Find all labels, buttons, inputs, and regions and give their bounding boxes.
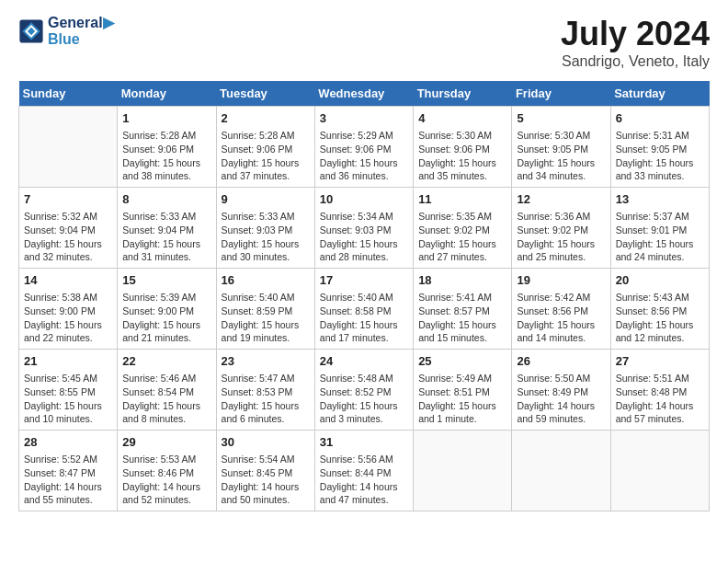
calendar-cell: 27Sunrise: 5:51 AM Sunset: 8:48 PM Dayli… (610, 350, 709, 431)
day-number: 26 (517, 353, 605, 370)
day-info: Sunrise: 5:40 AM Sunset: 8:59 PM Dayligh… (222, 291, 310, 345)
day-info: Sunrise: 5:38 AM Sunset: 9:00 PM Dayligh… (24, 291, 112, 345)
day-info: Sunrise: 5:37 AM Sunset: 9:01 PM Dayligh… (616, 210, 704, 264)
calendar-cell: 15Sunrise: 5:39 AM Sunset: 9:00 PM Dayli… (118, 269, 216, 350)
calendar-cell: 14Sunrise: 5:38 AM Sunset: 9:00 PM Dayli… (19, 269, 118, 350)
day-info: Sunrise: 5:56 AM Sunset: 8:44 PM Dayligh… (320, 453, 408, 507)
day-number: 3 (320, 110, 408, 127)
calendar-cell: 22Sunrise: 5:46 AM Sunset: 8:54 PM Dayli… (118, 350, 216, 431)
month-year-title: July 2024 (561, 15, 710, 53)
calendar-cell: 13Sunrise: 5:37 AM Sunset: 9:01 PM Dayli… (610, 188, 709, 269)
calendar-week-row: 21Sunrise: 5:45 AM Sunset: 8:55 PM Dayli… (19, 350, 710, 431)
col-header-tuesday: Tuesday (216, 81, 314, 107)
calendar-cell: 21Sunrise: 5:45 AM Sunset: 8:55 PM Dayli… (19, 350, 118, 431)
day-info: Sunrise: 5:42 AM Sunset: 8:56 PM Dayligh… (517, 291, 605, 345)
day-number: 7 (24, 191, 112, 208)
day-info: Sunrise: 5:35 AM Sunset: 9:02 PM Dayligh… (418, 210, 506, 264)
calendar-cell: 20Sunrise: 5:43 AM Sunset: 8:56 PM Dayli… (610, 269, 709, 350)
day-number: 21 (24, 353, 112, 370)
day-number: 22 (122, 353, 210, 370)
calendar-cell (414, 431, 512, 511)
day-number: 5 (517, 110, 605, 127)
calendar-cell: 23Sunrise: 5:47 AM Sunset: 8:53 PM Dayli… (216, 350, 314, 431)
calendar-week-row: 14Sunrise: 5:38 AM Sunset: 9:00 PM Dayli… (19, 269, 710, 350)
calendar-cell (19, 107, 118, 188)
day-info: Sunrise: 5:45 AM Sunset: 8:55 PM Dayligh… (24, 372, 112, 426)
calendar-cell: 4Sunrise: 5:30 AM Sunset: 9:06 PM Daylig… (414, 107, 512, 188)
day-number: 9 (222, 191, 310, 208)
day-number: 8 (122, 191, 210, 208)
day-info: Sunrise: 5:28 AM Sunset: 9:06 PM Dayligh… (222, 129, 310, 183)
day-info: Sunrise: 5:41 AM Sunset: 8:57 PM Dayligh… (418, 291, 506, 345)
day-number: 11 (418, 191, 506, 208)
day-info: Sunrise: 5:40 AM Sunset: 8:58 PM Dayligh… (320, 291, 408, 345)
day-info: Sunrise: 5:49 AM Sunset: 8:51 PM Dayligh… (418, 372, 506, 426)
day-info: Sunrise: 5:46 AM Sunset: 8:54 PM Dayligh… (122, 372, 210, 426)
day-number: 10 (320, 191, 408, 208)
calendar-week-row: 7Sunrise: 5:32 AM Sunset: 9:04 PM Daylig… (19, 188, 710, 269)
day-number: 14 (24, 272, 112, 289)
day-number: 31 (320, 434, 408, 451)
calendar-week-row: 1Sunrise: 5:28 AM Sunset: 9:06 PM Daylig… (19, 107, 710, 188)
day-info: Sunrise: 5:50 AM Sunset: 8:49 PM Dayligh… (517, 372, 605, 426)
calendar-cell: 19Sunrise: 5:42 AM Sunset: 8:56 PM Dayli… (512, 269, 610, 350)
day-number: 29 (122, 434, 210, 451)
calendar-cell: 5Sunrise: 5:30 AM Sunset: 9:05 PM Daylig… (512, 107, 610, 188)
day-number: 2 (222, 110, 310, 127)
day-number: 30 (222, 434, 310, 451)
location-subtitle: Sandrigo, Veneto, Italy (561, 53, 710, 70)
day-info: Sunrise: 5:34 AM Sunset: 9:03 PM Dayligh… (320, 210, 408, 264)
day-info: Sunrise: 5:52 AM Sunset: 8:47 PM Dayligh… (24, 453, 112, 507)
calendar-table: SundayMondayTuesdayWednesdayThursdayFrid… (18, 81, 710, 511)
col-header-sunday: Sunday (19, 81, 118, 107)
col-header-saturday: Saturday (610, 81, 709, 107)
day-number: 18 (418, 272, 506, 289)
day-number: 1 (122, 110, 210, 127)
day-number: 16 (222, 272, 310, 289)
day-number: 4 (418, 110, 506, 127)
calendar-cell: 28Sunrise: 5:52 AM Sunset: 8:47 PM Dayli… (19, 431, 118, 511)
calendar-cell: 2Sunrise: 5:28 AM Sunset: 9:06 PM Daylig… (216, 107, 314, 188)
day-number: 24 (320, 353, 408, 370)
logo: General▶ Blue (18, 15, 114, 47)
calendar-header-row: SundayMondayTuesdayWednesdayThursdayFrid… (19, 81, 710, 107)
calendar-cell: 6Sunrise: 5:31 AM Sunset: 9:05 PM Daylig… (610, 107, 709, 188)
col-header-friday: Friday (512, 81, 610, 107)
day-info: Sunrise: 5:43 AM Sunset: 8:56 PM Dayligh… (616, 291, 704, 345)
day-number: 17 (320, 272, 408, 289)
calendar-cell: 12Sunrise: 5:36 AM Sunset: 9:02 PM Dayli… (512, 188, 610, 269)
calendar-cell (610, 431, 709, 511)
calendar-cell: 11Sunrise: 5:35 AM Sunset: 9:02 PM Dayli… (414, 188, 512, 269)
page-header: General▶ Blue July 2024 Sandrigo, Veneto… (18, 15, 710, 70)
calendar-cell: 29Sunrise: 5:53 AM Sunset: 8:46 PM Dayli… (118, 431, 216, 511)
day-number: 25 (418, 353, 506, 370)
day-info: Sunrise: 5:31 AM Sunset: 9:05 PM Dayligh… (616, 129, 704, 183)
col-header-thursday: Thursday (414, 81, 512, 107)
day-info: Sunrise: 5:39 AM Sunset: 9:00 PM Dayligh… (122, 291, 210, 345)
calendar-cell: 16Sunrise: 5:40 AM Sunset: 8:59 PM Dayli… (216, 269, 314, 350)
col-header-wednesday: Wednesday (314, 81, 413, 107)
day-number: 20 (616, 272, 704, 289)
col-header-monday: Monday (118, 81, 216, 107)
day-number: 28 (24, 434, 112, 451)
day-info: Sunrise: 5:33 AM Sunset: 9:03 PM Dayligh… (222, 210, 310, 264)
calendar-cell: 25Sunrise: 5:49 AM Sunset: 8:51 PM Dayli… (414, 350, 512, 431)
day-info: Sunrise: 5:48 AM Sunset: 8:52 PM Dayligh… (320, 372, 408, 426)
day-number: 13 (616, 191, 704, 208)
day-number: 15 (122, 272, 210, 289)
day-info: Sunrise: 5:30 AM Sunset: 9:05 PM Dayligh… (517, 129, 605, 183)
calendar-cell (512, 431, 610, 511)
logo-text: General▶ Blue (48, 15, 114, 47)
day-info: Sunrise: 5:29 AM Sunset: 9:06 PM Dayligh… (320, 129, 408, 183)
day-info: Sunrise: 5:30 AM Sunset: 9:06 PM Dayligh… (418, 129, 506, 183)
calendar-cell: 31Sunrise: 5:56 AM Sunset: 8:44 PM Dayli… (314, 431, 413, 511)
day-info: Sunrise: 5:47 AM Sunset: 8:53 PM Dayligh… (222, 372, 310, 426)
calendar-cell: 26Sunrise: 5:50 AM Sunset: 8:49 PM Dayli… (512, 350, 610, 431)
day-number: 19 (517, 272, 605, 289)
calendar-week-row: 28Sunrise: 5:52 AM Sunset: 8:47 PM Dayli… (19, 431, 710, 511)
calendar-cell: 8Sunrise: 5:33 AM Sunset: 9:04 PM Daylig… (118, 188, 216, 269)
day-number: 6 (616, 110, 704, 127)
title-block: July 2024 Sandrigo, Veneto, Italy (561, 15, 710, 70)
day-info: Sunrise: 5:28 AM Sunset: 9:06 PM Dayligh… (122, 129, 210, 183)
day-number: 27 (616, 353, 704, 370)
